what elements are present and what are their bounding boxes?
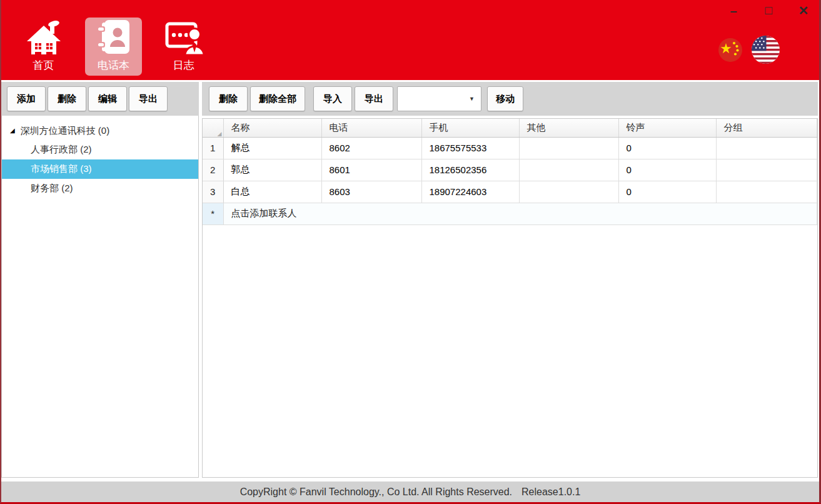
main-nav: 首页 电话本: [15, 18, 212, 76]
cell-ringtone[interactable]: 0: [618, 137, 716, 159]
row-header[interactable]: 2: [203, 159, 223, 181]
group-add-button[interactable]: 添加: [7, 86, 46, 111]
release-version: Release1.0.1: [521, 486, 580, 498]
column-header-phone[interactable]: 电话: [321, 119, 421, 137]
grid-header-row: ◢ 名称 电话 手机 其他 铃声 分组: [203, 119, 817, 137]
contact-delete-all-button[interactable]: 删除全部: [250, 86, 305, 111]
cell-ringtone[interactable]: 0: [618, 181, 716, 203]
cell-group[interactable]: [716, 137, 817, 159]
nav-home-label: 首页: [33, 58, 54, 73]
cell-name[interactable]: 解总: [223, 137, 321, 159]
add-contact-placeholder[interactable]: 点击添加联系人: [223, 203, 817, 224]
tree-item-label: 财务部 (2): [31, 183, 73, 194]
cell-other[interactable]: [519, 181, 618, 203]
group-panel: 添加 删除 编辑 导出 ◢ 深圳方位通讯科技 (0) 人事行政部 (2) 市场销…: [1, 82, 199, 478]
add-contact-row[interactable]: * 点击添加联系人: [203, 203, 817, 224]
home-icon: [26, 21, 62, 55]
column-header-ringtone[interactable]: 铃声: [618, 119, 716, 137]
tree-item-label: 人事行政部 (2): [31, 144, 92, 156]
tree-expander-icon[interactable]: ◢: [10, 127, 15, 134]
tree-item-label: 市场销售部 (3): [31, 163, 92, 175]
cell-phone[interactable]: 8603: [321, 181, 421, 203]
tree-item-hr-dept[interactable]: 人事行政部 (2): [2, 140, 198, 159]
table-row[interactable]: 3 白总 8603 18907224603 0: [203, 181, 817, 203]
column-header-mobile[interactable]: 手机: [421, 119, 519, 137]
move-target-group-select[interactable]: ▼: [397, 86, 481, 111]
cell-other[interactable]: [519, 159, 618, 181]
nav-item-home[interactable]: 首页: [15, 18, 72, 76]
nav-log-label: 日志: [173, 58, 194, 73]
table-row[interactable]: 1 解总 8602 18675575533 0: [203, 137, 817, 159]
new-row-marker: *: [203, 203, 223, 224]
table-row[interactable]: 2 郭总 8601 18126502356 0: [203, 159, 817, 181]
contact-delete-button[interactable]: 删除: [209, 86, 248, 111]
maximize-button[interactable]: □: [762, 4, 775, 18]
nav-item-log[interactable]: 日志: [155, 18, 212, 76]
nav-phonebook-label: 电话本: [98, 58, 129, 73]
cell-mobile[interactable]: 18126502356: [421, 159, 519, 181]
cell-phone[interactable]: 8601: [321, 159, 421, 181]
contact-move-button[interactable]: 移动: [487, 86, 523, 111]
china-flag-icon[interactable]: [718, 38, 742, 62]
cell-name[interactable]: 郭总: [223, 159, 321, 181]
close-button[interactable]: ✕: [797, 4, 810, 18]
contacts-grid: ◢ 名称 电话 手机 其他 铃声 分组 1 解总: [202, 118, 818, 478]
content-area: 添加 删除 编辑 导出 ◢ 深圳方位通讯科技 (0) 人事行政部 (2) 市场销…: [1, 80, 819, 481]
language-switcher: [718, 36, 780, 64]
group-edit-button[interactable]: 编辑: [88, 86, 127, 111]
column-header-group[interactable]: 分组: [716, 119, 817, 137]
group-tree: ◢ 深圳方位通讯科技 (0) 人事行政部 (2) 市场销售部 (3) 财务部 (…: [1, 116, 199, 478]
corner-triangle-icon: ◢: [218, 131, 222, 137]
row-header[interactable]: 3: [203, 181, 223, 203]
column-header-name[interactable]: 名称: [223, 119, 321, 137]
column-header-other[interactable]: 其他: [519, 119, 618, 137]
app-header: – □ ✕ 首页: [1, 0, 819, 80]
cell-mobile[interactable]: 18907224603: [421, 181, 519, 203]
chevron-down-icon: ▼: [469, 96, 475, 102]
window-controls: – □ ✕: [727, 4, 810, 18]
group-delete-button[interactable]: 删除: [48, 86, 86, 111]
cell-phone[interactable]: 8602: [321, 137, 421, 159]
tree-item-finance-dept[interactable]: 财务部 (2): [2, 179, 198, 198]
cell-ringtone[interactable]: 0: [618, 159, 716, 181]
minimize-button[interactable]: –: [727, 4, 740, 18]
group-toolbar: 添加 删除 编辑 导出: [1, 82, 199, 116]
copyright-text: CopyRight © Fanvil Technology., Co Ltd. …: [240, 486, 512, 498]
cell-name[interactable]: 白总: [223, 181, 321, 203]
log-icon: [164, 20, 203, 55]
app-window: – □ ✕ 首页: [0, 0, 821, 504]
cell-other[interactable]: [519, 137, 618, 159]
nav-item-phonebook[interactable]: 电话本: [85, 18, 142, 76]
select-all-corner[interactable]: ◢: [203, 119, 223, 137]
tree-root-label: 深圳方位通讯科技 (0): [21, 125, 110, 137]
row-header[interactable]: 1: [203, 137, 223, 159]
tree-root-company[interactable]: ◢ 深圳方位通讯科技 (0): [2, 121, 198, 140]
tree-item-sales-dept[interactable]: 市场销售部 (3): [2, 159, 198, 179]
contacts-panel: 删除 删除全部 导入 导出 ▼ 移动: [202, 82, 818, 478]
cell-mobile[interactable]: 18675575533: [421, 137, 519, 159]
contacts-toolbar: 删除 删除全部 导入 导出 ▼ 移动: [202, 82, 818, 116]
group-export-button[interactable]: 导出: [129, 86, 168, 111]
phonebook-icon: [97, 19, 131, 55]
cell-group[interactable]: [716, 181, 817, 203]
cell-group[interactable]: [716, 159, 817, 181]
contact-export-button[interactable]: 导出: [355, 86, 393, 111]
contact-import-button[interactable]: 导入: [313, 86, 352, 111]
usa-flag-icon[interactable]: [752, 36, 780, 64]
status-bar: CopyRight © Fanvil Technology., Co Ltd. …: [1, 481, 819, 502]
